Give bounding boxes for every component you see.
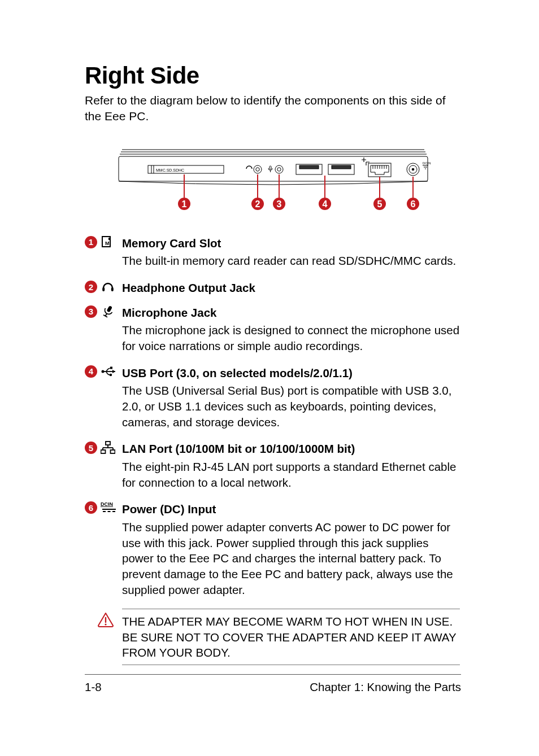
- warning-icon: [97, 612, 114, 630]
- item-lan: 5 LAN Port (10/100M bit or 10/100/1000M …: [85, 441, 460, 498]
- headphone-icon: [101, 280, 115, 294]
- callout-1: 1: [182, 199, 187, 209]
- svg-point-24: [412, 168, 415, 171]
- dcin-diagram-label: DCIN: [423, 161, 431, 165]
- intro-text: Refer to the diagram below to identify t…: [85, 93, 460, 125]
- page-title: Right Side: [85, 62, 460, 89]
- warning-text: THE ADAPTER MAY BECOME WARM TO HOT WHEN …: [122, 609, 460, 665]
- item-desc: The eight-pin RJ-45 LAN port supports a …: [122, 459, 460, 490]
- footer-page-number: 1-8: [85, 680, 102, 694]
- num-badge-5: 5: [85, 442, 97, 454]
- num-badge-6: 6: [85, 501, 97, 514]
- num-badge-2: 2: [85, 281, 97, 293]
- item-title: Power (DC) Input: [122, 501, 460, 517]
- svg-rect-11: [299, 165, 319, 169]
- svg-point-63: [105, 624, 106, 626]
- svg-rect-50: [106, 442, 110, 445]
- num-badge-4: 4: [85, 365, 97, 378]
- memory-card-icon: M: [101, 235, 115, 249]
- usb-icon: [101, 366, 118, 377]
- num-badge-1: 1: [85, 236, 97, 248]
- callout-6: 6: [411, 199, 416, 209]
- callout-4: 4: [323, 199, 328, 209]
- slot-label: MMC.SD.SDHC: [156, 168, 184, 172]
- item-desc: The supplied power adapter converts AC p…: [122, 519, 460, 597]
- item-desc: The USB (Universal Serial Bus) port is c…: [122, 383, 460, 430]
- lan-icon: [101, 441, 115, 455]
- item-microphone: 3 Microphone Jack The microphone jack is…: [85, 305, 460, 362]
- svg-rect-55: [101, 450, 106, 453]
- item-desc: The built-in memory card reader can read…: [122, 253, 460, 269]
- dcin-icon: DCIN: [101, 501, 118, 514]
- page-footer: 1-8 Chapter 1: Knowing the Parts: [85, 674, 461, 694]
- warning-box: THE ADAPTER MAY BECOME WARM TO HOT WHEN …: [85, 609, 460, 665]
- item-title: Memory Card Slot: [122, 235, 460, 251]
- svg-rect-13: [332, 165, 351, 169]
- footer-chapter: Chapter 1: Knowing the Parts: [310, 680, 461, 694]
- microphone-icon: [101, 305, 115, 318]
- item-title: Headphone Output Jack: [122, 280, 460, 296]
- svg-rect-43: [106, 305, 112, 313]
- svg-rect-41: [102, 287, 105, 291]
- svg-text:M: M: [105, 241, 110, 246]
- item-title: USB Port (3.0, on selected models/2.0/1.…: [122, 365, 460, 381]
- item-headphone: 2 Headphone Output Jack: [85, 280, 460, 301]
- callout-5: 5: [377, 199, 382, 209]
- num-badge-3: 3: [85, 305, 97, 318]
- callout-2: 2: [255, 199, 260, 209]
- svg-rect-42: [111, 287, 114, 291]
- item-memory-card: 1 M Memory Card Slot The built-in memory…: [85, 235, 460, 277]
- item-usb: 4 USB Port (3.0, on selected models/2.0/…: [85, 365, 460, 438]
- item-dcin: 6 DCIN Power (DC) Input The supplied pow…: [85, 501, 460, 605]
- svg-rect-56: [111, 450, 115, 453]
- svg-text:DCIN: DCIN: [101, 501, 113, 507]
- item-desc: The microphone jack is designed to conne…: [122, 322, 460, 353]
- svg-rect-48: [110, 366, 112, 369]
- svg-point-49: [110, 374, 112, 376]
- item-title: Microphone Jack: [122, 305, 460, 321]
- item-title: LAN Port (10/100M bit or 10/100/1000M bi…: [122, 441, 460, 457]
- side-diagram: MMC.SD.SDHC: [99, 137, 445, 216]
- callout-3: 3: [277, 199, 282, 209]
